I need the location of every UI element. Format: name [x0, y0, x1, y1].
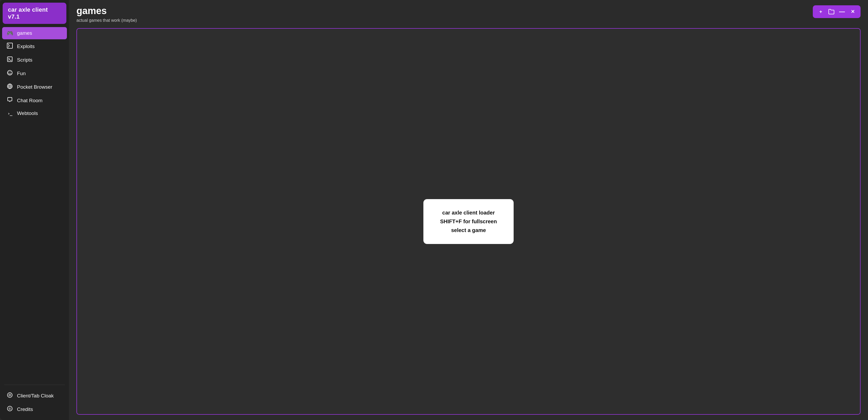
games-icon: 🎮 [6, 30, 13, 36]
sidebar-divider [4, 385, 65, 385]
sidebar-label-credits: Credits [17, 407, 33, 412]
app-title: car axle client v7.1 [3, 3, 66, 24]
page-subtitle: actual games that work (maybe) [76, 18, 137, 23]
page-title: games [76, 5, 137, 17]
exploits-icon [6, 43, 13, 50]
pocket-browser-icon [6, 83, 13, 91]
svg-text:©: © [8, 407, 11, 411]
sidebar-item-credits[interactable]: © Credits [2, 403, 67, 416]
sidebar: car axle client v7.1 🎮 games Exploits [0, 0, 69, 420]
sidebar-item-chat-room[interactable]: Chat Room [2, 94, 67, 107]
app-container: car axle client v7.1 🎮 games Exploits [0, 0, 868, 420]
loader-line-3: select a game [451, 227, 486, 233]
fun-icon [6, 70, 13, 77]
window-controls: + — ✕ [813, 5, 861, 18]
sidebar-label-exploits: Exploits [17, 43, 35, 49]
sidebar-item-games[interactable]: 🎮 games [2, 27, 67, 39]
chat-room-icon [6, 97, 13, 104]
webtools-icon: ›_ [6, 111, 13, 116]
page-title-area: games actual games that work (maybe) [76, 5, 137, 23]
main-content: games actual games that work (maybe) + —… [69, 0, 868, 420]
close-button[interactable]: ✕ [848, 7, 857, 16]
sidebar-item-client-tab-cloak[interactable]: Client/Tab Cloak [2, 389, 67, 402]
svg-point-11 [9, 395, 10, 396]
game-loader-card: car axle client loader SHIFT+F for fulls… [423, 199, 514, 244]
sidebar-label-games: games [17, 30, 32, 36]
sidebar-label-scripts: Scripts [17, 57, 32, 63]
main-header: games actual games that work (maybe) + —… [76, 5, 861, 23]
sidebar-label-fun: Fun [17, 71, 26, 77]
credits-icon: © [6, 406, 13, 413]
sidebar-label-client-tab-cloak: Client/Tab Cloak [17, 393, 54, 399]
sidebar-nav: 🎮 games Exploits [0, 26, 69, 383]
sidebar-item-exploits[interactable]: Exploits [2, 40, 67, 53]
sidebar-item-fun[interactable]: Fun [2, 67, 67, 80]
sidebar-item-scripts[interactable]: Scripts [2, 53, 67, 66]
loader-line-2: SHIFT+F for fullscreen [440, 218, 497, 224]
sidebar-item-pocket-browser[interactable]: Pocket Browser [2, 81, 67, 93]
new-tab-button[interactable]: + [816, 7, 826, 16]
loader-line-1: car axle client loader [442, 210, 495, 216]
svg-rect-0 [7, 43, 12, 48]
minimize-button[interactable]: — [837, 7, 847, 16]
sidebar-label-chat-room: Chat Room [17, 98, 42, 103]
sidebar-bottom: Client/Tab Cloak © Credits [0, 387, 69, 420]
sidebar-label-pocket-browser: Pocket Browser [17, 84, 52, 90]
sidebar-label-webtools: Webtools [17, 111, 38, 116]
folder-button[interactable] [827, 7, 836, 16]
scripts-icon [6, 56, 13, 63]
sidebar-item-webtools[interactable]: ›_ Webtools [2, 108, 67, 119]
client-tab-cloak-icon [6, 392, 13, 399]
game-area: car axle client loader SHIFT+F for fulls… [76, 28, 861, 415]
